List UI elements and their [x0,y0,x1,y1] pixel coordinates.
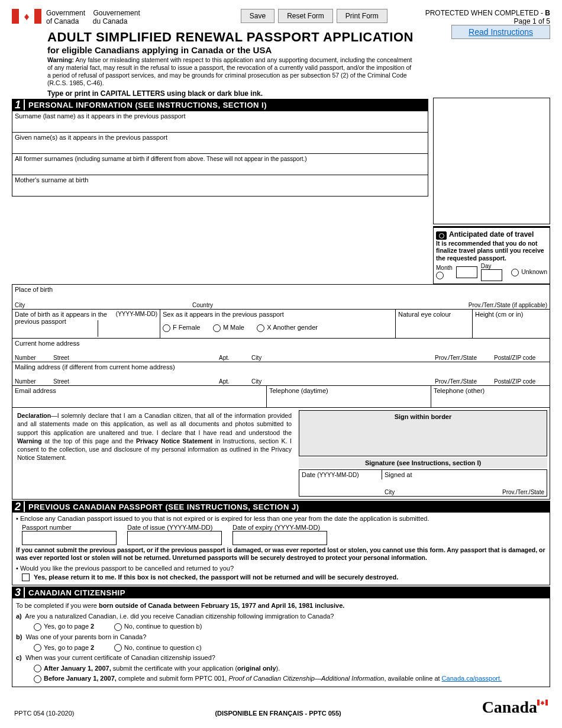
svg-rect-1 [545,700,548,706]
q-c-before-radio[interactable] [34,675,41,683]
surname-field[interactable]: Surname (last name) as it appears in the… [12,111,428,132]
signed-at-field[interactable]: Signed at [382,470,547,479]
dob-field[interactable]: Date of birth as it appears in the previ… [12,310,160,338]
sex-another-radio[interactable] [257,324,264,332]
return-passport-checkbox[interactable] [22,574,30,581]
form-subtitle: for eligible Canadians applying in Canad… [47,45,451,55]
q-c-after-radio[interactable] [34,665,41,672]
date-expiry-input[interactable] [232,531,327,545]
pob-country-label: Country [192,302,469,308]
sex-female-radio[interactable] [163,324,170,332]
date-issue-input[interactable] [127,531,222,545]
given-names-field[interactable]: Given name(s) as it appears in the previ… [12,132,428,153]
q-b-no-radio[interactable] [114,644,122,652]
save-button[interactable]: Save [241,9,274,23]
travel-unknown-radio[interactable] [511,269,519,276]
photo-box [433,98,550,224]
travel-box: Anticipated date of travel It is recomme… [433,226,550,284]
read-instructions-button[interactable]: Read Instructions [451,25,550,39]
section-2-header: 2 PREVIOUS CANADIAN PASSPORT (SEE INSTRU… [12,501,550,513]
height-field[interactable]: Height (cm or in) [473,310,550,338]
pob-prov-label: Prov./Terr./State (if applicable) [469,302,547,308]
travel-month-input[interactable] [456,266,477,278]
tel-daytime-field[interactable]: Telephone (daytime) [267,386,431,407]
canada-flag-icon: ♦ [12,9,41,24]
sex-male-radio[interactable] [213,324,221,332]
camera-icon [436,231,447,240]
protected-label: PROTECTED WHEN COMPLETED - B Page 1 of 5 [425,9,550,25]
sex-label: Sex as it appears in the previous passpo… [163,311,393,318]
signature-label: Signature (see Instructions, section I) [299,458,547,468]
sec3-intro: To be completed if you were born outside… [16,601,546,611]
email-field[interactable]: Email address [12,386,267,407]
mother-surname-field[interactable]: Mother's surname at birth [12,175,428,196]
type-note: Type or print in CAPITAL LETTERS using b… [47,89,263,98]
sec2-bullet2: • Would you like the previous passport t… [16,565,546,572]
reset-button[interactable]: Reset Form [278,9,333,23]
travel-month-radio[interactable] [436,272,444,279]
gov-label: Government Gouvernement of Canada du Can… [46,9,140,26]
form-number: PPTC 054 (10-2020) [14,710,75,717]
mailing-address-label: Mailing address (if different from curre… [12,362,550,371]
travel-day-input[interactable] [481,269,502,281]
svg-rect-0 [537,700,540,706]
q-b-yes-radio[interactable] [34,644,41,652]
tel-other-field[interactable]: Telephone (other) [431,386,550,407]
pob-city-label: City [15,302,192,308]
french-note: (DISPONIBLE EN FRANÇAIS - PPTC 055) [215,710,341,717]
section-3-header: 3 CANADIAN CITIZENSHIP [12,587,550,598]
warning-text: Warning: Any false or misleading stateme… [47,56,414,88]
signature-box[interactable]: Sign within border [299,410,547,456]
pob-field[interactable]: Place of birth [12,284,550,294]
print-button[interactable]: Print Form [337,9,387,23]
home-address-label: Current home address [12,338,550,347]
eye-colour-field[interactable]: Natural eye colour [396,310,473,338]
sig-date-field[interactable]: Date (YYYY-MM-DD) [299,470,382,479]
sec2-bullet1: • Enclose any Canadian passport issued t… [16,515,546,522]
passport-number-input[interactable] [22,531,117,545]
q-a-no-radio[interactable] [114,623,122,631]
form-title: ADULT SIMPLIFIED RENEWAL PASSPORT APPLIC… [47,30,451,45]
declaration-text: Declaration—I solemnly declare that I am… [12,408,296,499]
former-surnames-field[interactable]: All former surnames (including surname a… [12,153,428,175]
q-a-yes-radio[interactable] [34,623,41,631]
section-1-header: 1 PERSONAL INFORMATION (SEE INSTRUCTIONS… [12,99,428,111]
canada-wordmark: Canada [482,698,548,717]
sec2-cannot: If you cannot submit the previous passpo… [16,546,546,562]
canada-passport-link[interactable]: Canada.ca/passport. [442,675,502,682]
